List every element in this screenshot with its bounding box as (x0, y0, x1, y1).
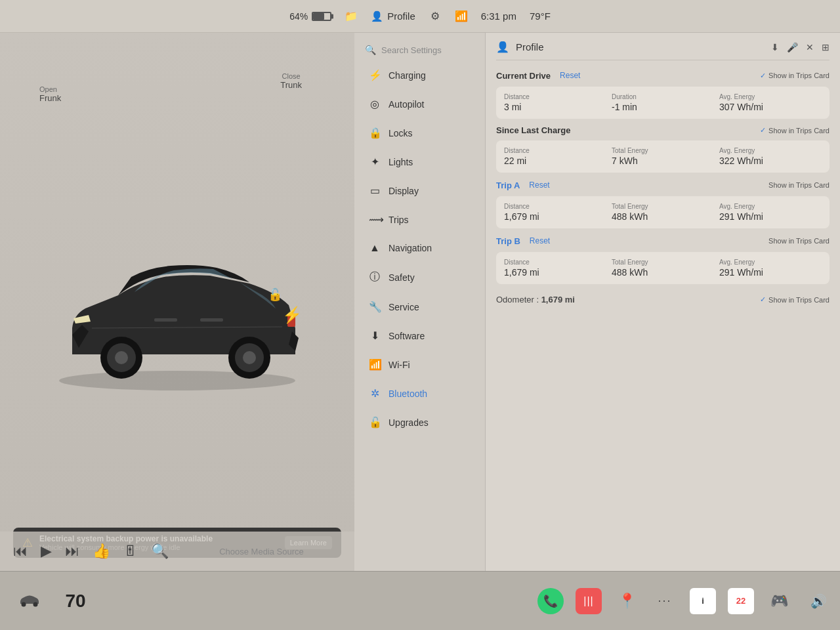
phone-button[interactable]: 📞 (537, 588, 564, 614)
trip-b-reset-button[interactable]: Reset (526, 235, 554, 247)
car-icon[interactable] (13, 585, 46, 618)
settings-item-lights[interactable]: ✦ Lights (358, 148, 481, 176)
temperature: 79°F (530, 10, 551, 22)
battery-percentage: 64% (289, 11, 308, 22)
trip-a-avg-label: Avg. Energy (719, 203, 822, 210)
settings-item-software[interactable]: ⬇ Software (358, 322, 481, 350)
since-charge-avg-energy: Avg. Energy 322 Wh/mi (719, 147, 822, 166)
location-icon: 📍 (618, 593, 636, 610)
locks-settings-icon: 🔒 (369, 127, 381, 139)
safety-settings-label: Safety (388, 272, 415, 283)
microphone-icon[interactable]: 🎤 (787, 42, 798, 52)
main-screen: 64% 📁 👤 Profile ⚙ 📶 6:31 pm 79°F Open Fr… (0, 0, 840, 630)
taskbar-icons: 📞 ||| 📍 ··· i 22 🎮 🔊 (537, 588, 827, 614)
settings-item-display[interactable]: ▭ Display (358, 177, 481, 205)
settings-item-bluetooth[interactable]: ✲ Bluetooth (358, 379, 481, 408)
settings-panel: 🔍 Search Settings ⚡ Charging ◎ Autopilot… (354, 33, 486, 571)
settings-item-trips[interactable]: ⟿ Trips (358, 205, 481, 234)
car-image: 🔓 ⚡ (20, 98, 335, 532)
current-time: 6:31 pm (481, 10, 516, 22)
settings-item-navigation[interactable]: ▲ Navigation (358, 234, 481, 262)
like-button[interactable]: 👍 (93, 543, 110, 560)
media-source-label[interactable]: Choose Media Source (219, 547, 304, 556)
trip-a-avg-value: 291 Wh/mi (719, 211, 822, 222)
frunk-open-label: Open (39, 85, 61, 93)
bluetooth-settings-icon: ✲ (369, 387, 381, 400)
taskbar: 70 📞 ||| 📍 ··· i 22 🎮 (0, 571, 840, 630)
profile-expand-icon[interactable]: ⊞ (822, 42, 830, 52)
trips-settings-label: Trips (388, 215, 409, 225)
search-bar[interactable]: 🔍 Search Settings (354, 39, 485, 60)
trip-a-distance: Distance 1,679 mi (504, 203, 606, 222)
trip-a-distance-value: 1,679 mi (504, 211, 606, 222)
equalizer-button[interactable]: 🎚 (123, 543, 138, 560)
trip-b-stats: Distance 1,679 mi Total Energy 488 kWh A… (504, 259, 822, 278)
settings-item-safety[interactable]: ⓘ Safety (358, 262, 481, 292)
trip-b-energy-value: 488 kWh (612, 267, 714, 278)
since-last-charge-check-icon: ✓ (760, 126, 766, 135)
trunk-label[interactable]: Close Trunk (280, 72, 302, 90)
search-media-button[interactable]: 🔍 (151, 543, 169, 560)
previous-track-button[interactable]: ⏮ (13, 543, 28, 560)
play-button[interactable]: ▶ (41, 543, 52, 560)
settings-icon[interactable]: ⚙ (429, 10, 442, 23)
profile-status[interactable]: 👤 Profile (371, 10, 415, 22)
settings-item-locks[interactable]: 🔒 Locks (358, 119, 481, 147)
trip-a-avg-energy: Avg. Energy 291 Wh/mi (719, 203, 822, 222)
trip-a-card: Distance 1,679 mi Total Energy 488 kWh A… (496, 196, 830, 228)
odometer-trips-label: Show in Trips Card (768, 296, 830, 304)
current-drive-distance-label: Distance (504, 93, 606, 100)
odometer-value: 1,679 mi (541, 295, 575, 304)
more-options-button[interactable]: ··· (652, 588, 678, 614)
location-button[interactable]: 📍 (614, 588, 640, 614)
navigation-settings-label: Navigation (388, 243, 432, 253)
since-charge-distance: Distance 22 mi (504, 147, 606, 166)
current-drive-show-trips-label: Show in Trips Card (768, 72, 830, 79)
download-icon[interactable]: ⬇ (771, 42, 779, 52)
current-drive-distance: Distance 3 mi (504, 93, 606, 112)
lights-settings-label: Lights (388, 157, 413, 167)
svg-point-11 (33, 602, 38, 606)
profile-header: 👤 Profile ⬇ 🎤 ✕ ⊞ (496, 41, 830, 60)
phone-icon: 📞 (543, 594, 558, 608)
trip-b-distance-value: 1,679 mi (504, 267, 606, 278)
calendar-button[interactable]: 22 (728, 588, 754, 614)
trip-a-title-group: Trip A Reset (496, 179, 554, 191)
search-placeholder: Search Settings (381, 45, 442, 55)
trip-a-show-trips: Show in Trips Card (768, 181, 830, 189)
current-drive-energy-label: Avg. Energy (719, 93, 822, 100)
volume-button[interactable]: 🔊 (810, 593, 827, 609)
settings-item-upgrades[interactable]: 🔓 Upgrades (358, 408, 481, 436)
games-button[interactable]: 🎮 (766, 588, 792, 614)
music-button[interactable]: ||| (576, 588, 602, 614)
trunk-close-label: Close (280, 72, 302, 80)
trip-b-distance-label: Distance (504, 259, 606, 266)
settings-item-wifi[interactable]: 📶 Wi-Fi (358, 350, 481, 379)
trip-a-stats: Distance 1,679 mi Total Energy 488 kWh A… (504, 203, 822, 222)
info-button[interactable]: i (690, 588, 716, 614)
current-drive-reset-button[interactable]: Reset (556, 70, 584, 81)
safety-settings-icon: ⓘ (369, 270, 381, 284)
trip-a-reset-button[interactable]: Reset (525, 179, 553, 191)
upgrades-settings-label: Upgrades (388, 417, 429, 428)
trip-a-trips-label: Show in Trips Card (768, 181, 830, 189)
settings-list: ⚡ Charging ◎ Autopilot 🔒 Locks ✦ Lights … (354, 61, 485, 436)
trip-b-avg-label: Avg. Energy (719, 259, 822, 266)
next-track-button[interactable]: ⏭ (65, 543, 79, 560)
current-drive-energy: Avg. Energy 307 Wh/mi (719, 93, 822, 112)
charging-settings-label: Charging (388, 70, 426, 81)
charging-settings-icon: ⚡ (369, 69, 381, 81)
battery-fill (313, 13, 324, 20)
profile-close-icon[interactable]: ✕ (806, 42, 814, 52)
since-last-charge-title: Since Last Charge (496, 125, 570, 135)
trip-a-energy-label: Total Energy (612, 203, 714, 210)
current-drive-duration: Duration -1 min (612, 93, 714, 112)
car-illustration (33, 223, 322, 394)
current-drive-show-trips: ✓ Show in Trips Card (760, 72, 830, 80)
search-icon: 🔍 (365, 45, 376, 55)
settings-item-service[interactable]: 🔧 Service (358, 293, 481, 321)
display-settings-label: Display (388, 186, 419, 196)
svg-point-6 (243, 351, 256, 364)
settings-item-autopilot[interactable]: ◎ Autopilot (358, 90, 481, 118)
settings-item-charging[interactable]: ⚡ Charging (358, 61, 481, 89)
